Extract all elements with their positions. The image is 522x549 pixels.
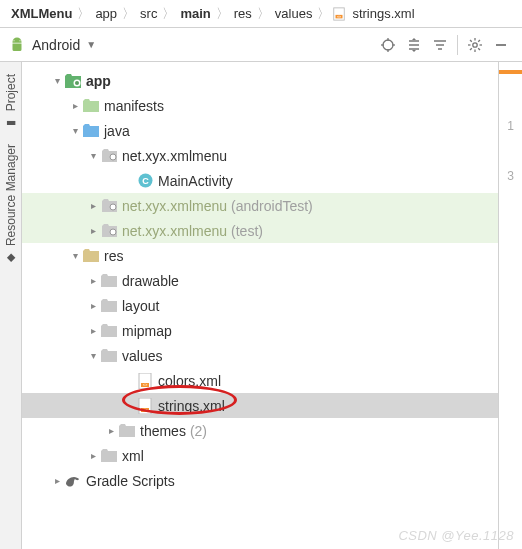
tree-node-themes[interactable]: ▸ themes (2) bbox=[22, 418, 498, 443]
tree-node-strings-xml[interactable]: <> strings.xml bbox=[22, 393, 498, 418]
expand-arrow-icon[interactable]: ▸ bbox=[86, 325, 100, 336]
package-icon bbox=[100, 149, 118, 162]
expand-arrow-icon[interactable]: ▾ bbox=[68, 250, 82, 261]
svg-point-3 bbox=[383, 40, 393, 50]
crumb-values[interactable]: values bbox=[272, 6, 316, 21]
crumb-res[interactable]: res bbox=[231, 6, 255, 21]
tree-node-layout[interactable]: ▸ layout bbox=[22, 293, 498, 318]
expand-arrow-icon[interactable]: ▸ bbox=[86, 200, 100, 211]
expand-arrow-icon[interactable]: ▾ bbox=[86, 150, 100, 161]
svg-line-19 bbox=[470, 40, 472, 42]
tree-label: net.xyx.xmlmenu bbox=[122, 148, 227, 164]
expand-arrow-icon[interactable]: ▸ bbox=[86, 275, 100, 286]
xml-file-icon: <> bbox=[136, 398, 154, 414]
tree-node-res[interactable]: ▾ res bbox=[22, 243, 498, 268]
svg-point-26 bbox=[110, 154, 116, 160]
expand-arrow-icon[interactable]: ▸ bbox=[50, 475, 64, 486]
project-tree: ▾ app ▸ manifests ▾ java ▾ net.xyx.xmlme… bbox=[22, 62, 498, 549]
target-icon[interactable] bbox=[376, 33, 400, 57]
sort-icon[interactable] bbox=[402, 33, 426, 57]
tree-node-package-main[interactable]: ▾ net.xyx.xmlmenu bbox=[22, 143, 498, 168]
xml-file-icon: <> bbox=[136, 373, 154, 389]
breadcrumb: XMLMenu 〉 app 〉 src 〉 main 〉 res 〉 value… bbox=[0, 0, 522, 28]
tree-label: Gradle Scripts bbox=[86, 473, 175, 489]
sidetab-project[interactable]: ▮ Project bbox=[2, 66, 20, 136]
sidetab-resource-manager-label: Resource Manager bbox=[4, 144, 18, 246]
tree-label-suffix: (test) bbox=[231, 223, 263, 239]
svg-point-30 bbox=[110, 229, 116, 235]
filter-icon[interactable] bbox=[428, 33, 452, 57]
expand-arrow-icon[interactable]: ▸ bbox=[104, 425, 118, 436]
tree-node-colors-xml[interactable]: <> colors.xml bbox=[22, 368, 498, 393]
svg-text:C: C bbox=[142, 176, 149, 186]
folder-icon bbox=[82, 124, 100, 137]
project-toolbar: Android ▼ bbox=[0, 28, 522, 62]
line-number: 1 bbox=[499, 110, 522, 142]
tree-label: themes bbox=[140, 423, 186, 439]
expand-arrow-icon[interactable]: ▸ bbox=[86, 300, 100, 311]
view-selector-label[interactable]: Android bbox=[32, 37, 80, 53]
crumb-strings-xml[interactable]: strings.xml bbox=[349, 6, 417, 21]
tree-node-values[interactable]: ▾ values bbox=[22, 343, 498, 368]
chevron-right-icon: 〉 bbox=[257, 5, 270, 23]
sidetab-resource-manager[interactable]: ◆ Resource Manager bbox=[2, 136, 20, 271]
expand-arrow-icon[interactable]: ▸ bbox=[86, 450, 100, 461]
svg-text:<>: <> bbox=[337, 14, 341, 18]
chevron-right-icon: 〉 bbox=[162, 5, 175, 23]
tree-node-mainactivity[interactable]: C MainActivity bbox=[22, 168, 498, 193]
crumb-src[interactable]: src bbox=[137, 6, 160, 21]
folder-icon bbox=[100, 324, 118, 337]
tree-node-package-androidtest[interactable]: ▸ net.xyx.xmlmenu (androidTest) bbox=[22, 193, 498, 218]
module-icon bbox=[64, 74, 82, 88]
chevron-right-icon: 〉 bbox=[122, 5, 135, 23]
editor-gutter: 1 3 bbox=[498, 62, 522, 549]
tree-node-gradle-scripts[interactable]: ▸ Gradle Scripts bbox=[22, 468, 498, 493]
tree-label: manifests bbox=[104, 98, 164, 114]
tree-label: colors.xml bbox=[158, 373, 221, 389]
minimize-icon[interactable] bbox=[489, 33, 513, 57]
expand-arrow-icon[interactable]: ▾ bbox=[86, 350, 100, 361]
editor-marker bbox=[499, 70, 522, 74]
svg-point-29 bbox=[110, 204, 116, 210]
tree-node-mipmap[interactable]: ▸ mipmap bbox=[22, 318, 498, 343]
tree-node-drawable[interactable]: ▸ drawable bbox=[22, 268, 498, 293]
tree-node-manifests[interactable]: ▸ manifests bbox=[22, 93, 498, 118]
tree-label: xml bbox=[122, 448, 144, 464]
folder-icon bbox=[100, 449, 118, 462]
svg-text:<>: <> bbox=[143, 407, 148, 412]
tree-node-java[interactable]: ▾ java bbox=[22, 118, 498, 143]
xml-file-icon: <> bbox=[332, 7, 349, 21]
tree-label: values bbox=[122, 348, 162, 364]
tree-node-xml[interactable]: ▸ xml bbox=[22, 443, 498, 468]
line-number: 3 bbox=[499, 160, 522, 192]
expand-arrow-icon[interactable]: ▸ bbox=[68, 100, 82, 111]
gear-icon[interactable] bbox=[463, 33, 487, 57]
tree-label: net.xyx.xmlmenu bbox=[122, 198, 227, 214]
expand-arrow-icon[interactable]: ▾ bbox=[68, 125, 82, 136]
android-icon bbox=[8, 36, 26, 54]
expand-arrow-icon[interactable]: ▾ bbox=[50, 75, 64, 86]
chevron-right-icon: 〉 bbox=[216, 5, 229, 23]
package-icon bbox=[100, 224, 118, 237]
tree-label: mipmap bbox=[122, 323, 172, 339]
crumb-main[interactable]: main bbox=[177, 6, 213, 21]
expand-arrow-icon[interactable]: ▸ bbox=[86, 225, 100, 236]
resource-icon: ◆ bbox=[4, 250, 17, 263]
class-icon: C bbox=[136, 173, 154, 188]
sidetab-project-label: Project bbox=[4, 74, 18, 111]
package-icon bbox=[100, 199, 118, 212]
crumb-xmlmenu[interactable]: XMLMenu bbox=[8, 6, 75, 21]
tree-label-suffix: (androidTest) bbox=[231, 198, 313, 214]
crumb-app[interactable]: app bbox=[92, 6, 120, 21]
chevron-right-icon: 〉 bbox=[77, 5, 90, 23]
tree-label: java bbox=[104, 123, 130, 139]
tree-label: MainActivity bbox=[158, 173, 233, 189]
svg-point-25 bbox=[75, 81, 79, 85]
svg-point-14 bbox=[473, 42, 477, 46]
folder-icon bbox=[100, 299, 118, 312]
tree-node-package-test[interactable]: ▸ net.xyx.xmlmenu (test) bbox=[22, 218, 498, 243]
dropdown-chevron-icon[interactable]: ▼ bbox=[86, 39, 96, 50]
svg-line-20 bbox=[478, 48, 480, 50]
folder-icon bbox=[82, 99, 100, 112]
tree-node-app[interactable]: ▾ app bbox=[22, 68, 498, 93]
